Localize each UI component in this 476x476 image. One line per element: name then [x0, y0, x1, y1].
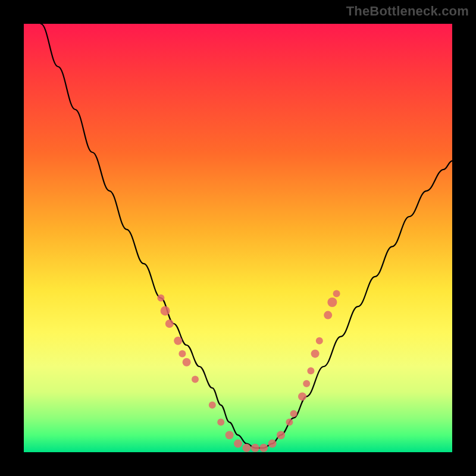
marker-dot: [290, 410, 298, 417]
marker-dot: [307, 367, 314, 374]
marker-dot: [324, 311, 332, 320]
marker-dot: [268, 440, 277, 448]
marker-dot: [178, 350, 186, 357]
marker-dot: [259, 444, 268, 452]
marker-dot: [333, 290, 340, 298]
chart-frame: TheBottleneck.com: [0, 0, 476, 476]
marker-dot: [174, 337, 182, 345]
marker-dot: [226, 431, 234, 439]
marker-dot: [157, 295, 164, 302]
marker-dot: [327, 298, 337, 307]
watermark-text: TheBottleneck.com: [346, 4, 469, 19]
marker-dot: [242, 444, 250, 452]
marker-dot: [217, 419, 224, 426]
plot-area: [24, 24, 452, 452]
marker-dot: [251, 444, 259, 452]
marker-dot: [286, 419, 293, 426]
marker-dot: [161, 306, 170, 315]
chart-svg: [24, 24, 452, 452]
marker-dot: [165, 320, 174, 328]
marker-dot: [311, 349, 320, 358]
marker-dot: [183, 358, 191, 367]
marker-dot: [303, 380, 310, 387]
marker-dot: [277, 431, 285, 439]
marker-dot: [209, 402, 216, 409]
marker-dot: [234, 440, 242, 448]
bottleneck-curve: [41, 24, 452, 448]
marker-dot: [316, 337, 323, 345]
marker-dots-group: [157, 290, 340, 452]
marker-dot: [298, 392, 306, 400]
marker-dot: [192, 376, 199, 383]
